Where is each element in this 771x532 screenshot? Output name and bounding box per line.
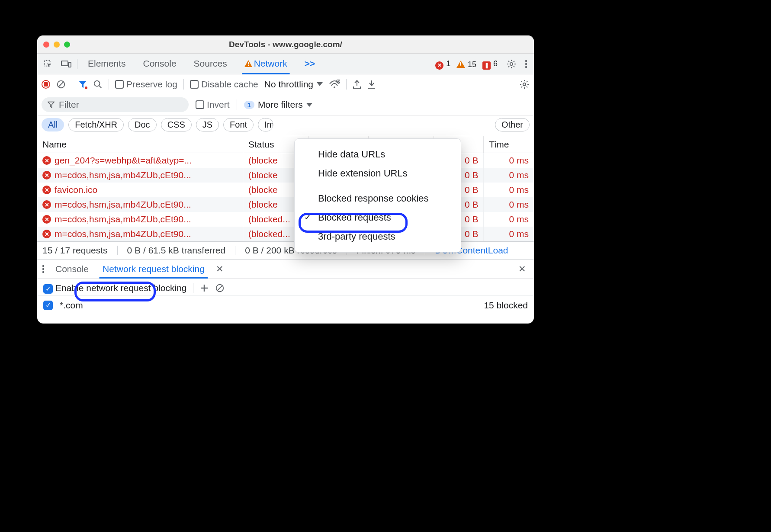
zoom-window-icon[interactable]	[64, 42, 70, 48]
close-window-icon[interactable]	[43, 42, 49, 48]
popup-hide-data-urls[interactable]: Hide data URLs	[295, 145, 461, 164]
tab-elements[interactable]: Elements	[81, 54, 133, 73]
drawer-tab-blocking[interactable]: Network request blocking	[96, 261, 211, 277]
request-name: m=cdos,hsm,jsa,mb4ZUb,cEt90...	[55, 199, 191, 210]
pattern-row[interactable]: ✓ *.com 15 blocked	[37, 295, 534, 324]
close-drawer-tab-icon[interactable]: ✕	[212, 262, 227, 276]
network-toolbar: Preserve log Disable cache No throttling	[37, 74, 534, 94]
main-tabstrip: Elements Console Sources Network >> ✕ 1 …	[37, 54, 534, 74]
record-icon	[42, 80, 50, 89]
divider	[77, 59, 77, 69]
svg-point-8	[525, 66, 527, 67]
error-icon: ✕	[42, 156, 51, 165]
request-name: m=cdos,hsm,jsa,mb4ZUb,cEt90...	[55, 170, 191, 180]
drawer-more-icon[interactable]	[42, 264, 45, 274]
enable-blocking-checkbox[interactable]: ✓Enable network request blocking	[43, 283, 187, 294]
devtools-window: DevTools - www.google.com/ Elements Cons…	[37, 35, 534, 324]
request-time: 0 ms	[484, 212, 534, 227]
svg-line-10	[59, 82, 64, 87]
export-har-icon[interactable]	[353, 80, 361, 89]
preserve-log-checkbox[interactable]: Preserve log	[115, 79, 177, 90]
network-conditions-icon[interactable]	[329, 80, 340, 89]
throttling-select[interactable]: No throttling	[264, 79, 323, 90]
popup-blocked-cookies[interactable]: Blocked response cookies	[295, 189, 461, 208]
record-button[interactable]	[42, 80, 50, 89]
drawer-tabstrip: Console Network request blocking ✕ ✕	[37, 260, 534, 279]
inspect-icon[interactable]	[41, 57, 55, 71]
disable-cache-checkbox[interactable]: Disable cache	[190, 79, 258, 90]
more-filters-count: 1	[244, 101, 254, 109]
popup-3rd-party[interactable]: 3rd-party requests	[295, 227, 461, 246]
filter-input[interactable]: Filter	[42, 97, 189, 112]
request-name: favicon.ico	[55, 185, 97, 195]
warning-icon	[244, 58, 252, 69]
svg-point-17	[523, 83, 526, 85]
col-time[interactable]: Time	[484, 136, 534, 153]
clear-button[interactable]	[56, 80, 66, 89]
add-pattern-button[interactable]	[199, 283, 209, 293]
chip-js[interactable]: JS	[196, 118, 219, 131]
divider	[346, 79, 347, 90]
network-settings-icon[interactable]	[519, 79, 530, 90]
svg-point-13	[334, 87, 335, 88]
divider	[117, 246, 118, 255]
divider	[237, 99, 237, 110]
more-icon[interactable]	[524, 59, 528, 69]
window-controls	[37, 42, 70, 48]
checkbox-icon	[115, 80, 124, 89]
window-title: DevTools - www.google.com/	[37, 40, 534, 49]
error-icon: ✕	[42, 171, 51, 179]
tab-console[interactable]: Console	[136, 54, 183, 73]
popup-blocked-requests[interactable]: Blocked requests	[295, 208, 461, 227]
device-toggle-icon[interactable]	[59, 57, 74, 71]
request-name: m=cdos,hsm,jsa,mb4ZUb,cEt90...	[55, 214, 191, 224]
divider	[72, 79, 72, 90]
invert-checkbox[interactable]: Invert	[196, 99, 230, 110]
svg-rect-2	[68, 62, 71, 67]
chip-css[interactable]: CSS	[161, 118, 192, 131]
popup-hide-extension-urls[interactable]: Hide extension URLs	[295, 164, 461, 183]
chip-font[interactable]: Font	[223, 118, 254, 131]
svg-point-20	[42, 271, 44, 272]
close-drawer-icon[interactable]: ✕	[515, 262, 530, 276]
tab-network[interactable]: Network	[238, 54, 294, 73]
issue-counts[interactable]: ✕ 1 15 ❚ 6	[435, 58, 498, 70]
col-name[interactable]: Name	[37, 136, 243, 153]
throttling-value: No throttling	[264, 79, 313, 90]
chip-all[interactable]: All	[42, 118, 64, 131]
drawer-tab-console[interactable]: Console	[49, 261, 95, 277]
settings-icon[interactable]	[506, 59, 517, 69]
more-filters-button[interactable]: 1 More filters	[244, 99, 312, 110]
divider	[109, 79, 109, 90]
chip-doc[interactable]: Doc	[128, 118, 157, 131]
svg-rect-1	[61, 61, 68, 66]
filter-row: Filter Invert 1 More filters	[37, 94, 534, 115]
warning-count: 15	[468, 60, 476, 69]
overflow-tabs[interactable]: >>	[298, 54, 322, 73]
svg-point-18	[42, 265, 44, 266]
minimize-window-icon[interactable]	[54, 42, 60, 48]
remove-all-patterns-button[interactable]	[215, 283, 225, 293]
issues-icon: ❚	[482, 61, 491, 70]
checked-checkbox-icon: ✓	[43, 301, 53, 310]
filter-toggle-icon[interactable]	[78, 80, 87, 89]
invert-label: Invert	[207, 99, 230, 109]
more-filters-popup: Hide data URLs Hide extension URLs Block…	[294, 138, 461, 253]
svg-point-6	[525, 60, 527, 61]
tab-sources[interactable]: Sources	[187, 54, 234, 73]
request-time: 0 ms	[484, 168, 534, 183]
divider	[193, 283, 193, 293]
error-icon: ✕	[42, 230, 51, 238]
search-icon[interactable]	[93, 80, 103, 89]
pattern-text: *.com	[60, 300, 83, 311]
checked-checkbox-icon: ✓	[43, 284, 53, 294]
more-filters-label: More filters	[258, 99, 303, 110]
chip-fetch-xhr[interactable]: Fetch/XHR	[68, 118, 124, 131]
import-har-icon[interactable]	[367, 80, 376, 89]
svg-point-19	[42, 268, 44, 269]
chip-other[interactable]: Other	[495, 118, 530, 131]
error-icon: ✕	[42, 200, 51, 209]
filter-placeholder: Filter	[59, 99, 79, 110]
chip-img[interactable]: Img	[258, 118, 273, 131]
divider	[235, 246, 235, 255]
